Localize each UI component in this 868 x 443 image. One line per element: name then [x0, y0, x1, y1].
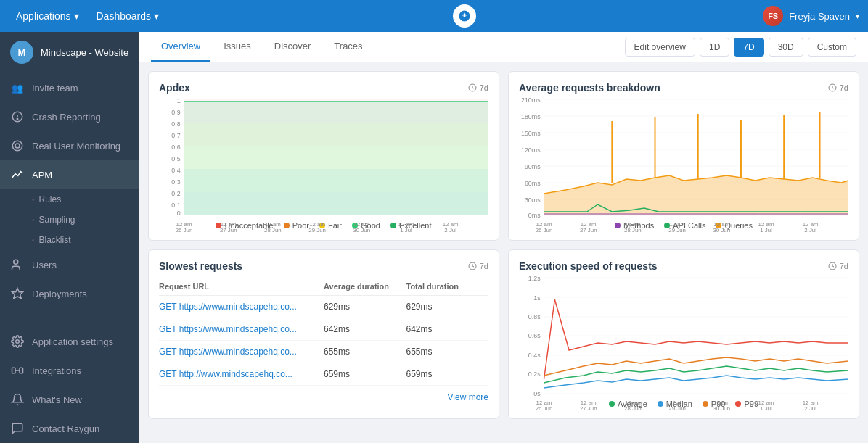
- svg-text:0.5: 0.5: [171, 155, 180, 162]
- svg-text:0ms: 0ms: [528, 212, 541, 219]
- tabs-container: Overview Issues Discover Traces: [151, 32, 373, 62]
- svg-text:1 Jul: 1 Jul: [400, 227, 412, 233]
- sidebar-item-whats-new[interactable]: What's New: [0, 385, 139, 414]
- app-settings-icon: [10, 334, 25, 349]
- sidebar-whats-new-label: What's New: [32, 394, 82, 405]
- view-more-link[interactable]: View more: [159, 392, 488, 402]
- sidebar: M Mindscape - Website 👥 Invite team Cras…: [0, 32, 139, 443]
- svg-text:0.1: 0.1: [171, 202, 180, 209]
- svg-text:0.8: 0.8: [171, 120, 180, 128]
- svg-text:0.6s: 0.6s: [528, 332, 541, 339]
- main-content: Overview Issues Discover Traces Edit ove…: [139, 32, 868, 443]
- svg-rect-9: [12, 368, 16, 373]
- period-30d-button[interactable]: 30D: [769, 38, 803, 57]
- dashboards-menu[interactable]: Dashboards ▾: [89, 6, 167, 26]
- sidebar-crash-label: Crash Reporting: [32, 112, 101, 123]
- legend-poor: Poor: [284, 221, 309, 230]
- dashboards-chevron: ▾: [154, 10, 159, 22]
- sidebar-item-invite-team[interactable]: 👥 Invite team: [0, 73, 139, 102]
- total-dur-3: 659ms: [406, 369, 489, 379]
- execution-meta: 7d: [828, 262, 848, 270]
- period-custom-button[interactable]: Custom: [808, 38, 856, 57]
- table-row: GET https://www.mindscapehq.co... 629ms …: [159, 296, 488, 318]
- avg-dur-2: 655ms: [324, 347, 406, 357]
- slowest-title: Slowest requests: [159, 260, 242, 272]
- slowest-requests-card: Slowest requests 7d Request URL Average …: [148, 249, 499, 419]
- svg-text:1.2s: 1.2s: [528, 275, 541, 282]
- sidebar-rum-label: Real User Monitoring: [32, 141, 120, 152]
- tab-discover[interactable]: Discover: [264, 32, 322, 62]
- svg-text:0.8s: 0.8s: [528, 313, 541, 320]
- sidebar-sub-sampling[interactable]: Sampling: [0, 210, 139, 230]
- request-url-1[interactable]: GET https://www.mindscapehq.co...: [159, 324, 324, 334]
- svg-text:0.4s: 0.4s: [528, 352, 541, 359]
- sidebar-item-users[interactable]: Users: [0, 250, 139, 279]
- requests-table-header: Request URL Average duration Total durat…: [159, 278, 488, 296]
- period-7d-button[interactable]: 7D: [734, 38, 763, 57]
- avg-dur-3: 659ms: [324, 369, 406, 379]
- svg-text:1 Jul: 1 Jul: [760, 227, 772, 233]
- svg-text:30 Jun: 30 Jun: [713, 227, 730, 233]
- total-dur-0: 629ms: [406, 302, 489, 312]
- request-url-3[interactable]: GET http://www.mindscapehq.co...: [159, 369, 324, 379]
- total-dur-2: 655ms: [406, 347, 489, 357]
- sidebar-item-deployments[interactable]: Deployments: [0, 279, 139, 308]
- svg-text:180ms: 180ms: [521, 113, 541, 120]
- svg-text:0.6: 0.6: [171, 144, 180, 151]
- slowest-card-header: Slowest requests 7d: [159, 260, 488, 272]
- sidebar-item-rum[interactable]: Real User Monitoring: [0, 131, 139, 160]
- apdex-chart: 1 0.9 0.8 0.7 0.6 0.5 0.4 0.3 0.2 0.1 0: [159, 99, 488, 215]
- svg-text:27 Jun: 27 Jun: [220, 227, 237, 233]
- sidebar-app-settings-label: Application settings: [32, 336, 113, 347]
- sidebar-item-crash-reporting[interactable]: Crash Reporting: [0, 102, 139, 131]
- applications-menu[interactable]: Applications ▾: [9, 6, 86, 26]
- svg-text:26 Jun: 26 Jun: [536, 227, 553, 233]
- request-url-0[interactable]: GET https://www.mindscapehq.co...: [159, 302, 324, 312]
- svg-text:0.7: 0.7: [171, 132, 180, 139]
- svg-text:1: 1: [177, 97, 181, 104]
- tab-traces[interactable]: Traces: [324, 32, 372, 62]
- svg-text:120ms: 120ms: [521, 146, 541, 154]
- main-layout: M Mindscape - Website 👥 Invite team Cras…: [0, 32, 868, 443]
- nav-left: Applications ▾ Dashboards ▾: [9, 6, 166, 26]
- sidebar-users-label: Users: [32, 260, 57, 270]
- avg-requests-card: Average requests breakdown 7d: [508, 71, 859, 241]
- svg-text:28 Jun: 28 Jun: [624, 227, 642, 233]
- svg-text:30 Jun: 30 Jun: [713, 405, 730, 412]
- dashboards-label: Dashboards: [97, 10, 152, 22]
- execution-title: Execution speed of requests: [519, 260, 658, 272]
- top-navigation: Applications ▾ Dashboards ▾ FS Freyja Sp…: [0, 0, 868, 32]
- svg-text:2 Jul: 2 Jul: [804, 227, 816, 233]
- svg-point-5: [12, 141, 22, 151]
- edit-overview-button[interactable]: Edit overview: [625, 38, 695, 57]
- request-url-2[interactable]: GET https://www.mindscapehq.co...: [159, 347, 324, 357]
- table-row: GET https://www.mindscapehq.co... 642ms …: [159, 318, 488, 341]
- svg-text:90ms: 90ms: [525, 163, 541, 170]
- period-1d-button[interactable]: 1D: [700, 38, 729, 57]
- sidebar-item-contact[interactable]: Contact Raygun: [0, 414, 139, 443]
- sidebar-app-header[interactable]: M Mindscape - Website: [0, 32, 139, 73]
- avatar: FS: [763, 6, 783, 26]
- avg-requests-chart: 210ms 180ms 150ms 120ms 90ms 60ms 30ms 0…: [519, 99, 848, 215]
- sidebar-sub-blacklist[interactable]: Blacklist: [0, 230, 139, 250]
- sidebar-item-integrations[interactable]: Integrations: [0, 356, 139, 385]
- tab-issues[interactable]: Issues: [213, 32, 261, 62]
- user-name-label: Freyja Spaven: [789, 11, 850, 22]
- rum-icon: [10, 138, 25, 153]
- tab-actions: Edit overview 1D 7D 30D Custom: [625, 38, 856, 57]
- sidebar-sub-rules[interactable]: Rules: [0, 189, 139, 210]
- invite-team-icon: 👥: [10, 80, 25, 95]
- svg-rect-10: [20, 368, 23, 373]
- sidebar-integrations-label: Integrations: [32, 365, 81, 376]
- tab-overview[interactable]: Overview: [151, 32, 210, 62]
- sidebar-item-app-settings[interactable]: Application settings: [0, 327, 139, 356]
- execution-speed-card: Execution speed of requests 7d: [508, 249, 859, 419]
- sidebar-item-apm[interactable]: APM: [0, 160, 139, 189]
- avg-title: Average requests breakdown: [519, 82, 660, 94]
- app-icon: M: [10, 41, 33, 64]
- svg-text:0.3: 0.3: [171, 178, 180, 186]
- avg-dur-0: 629ms: [324, 302, 406, 312]
- svg-text:26 Jun: 26 Jun: [176, 227, 193, 233]
- app-name: Mindscape - Website: [41, 47, 128, 58]
- execution-chart: 1.2s 1s 0.8s 0.6s 0.4s 0.2s 0s: [519, 278, 848, 394]
